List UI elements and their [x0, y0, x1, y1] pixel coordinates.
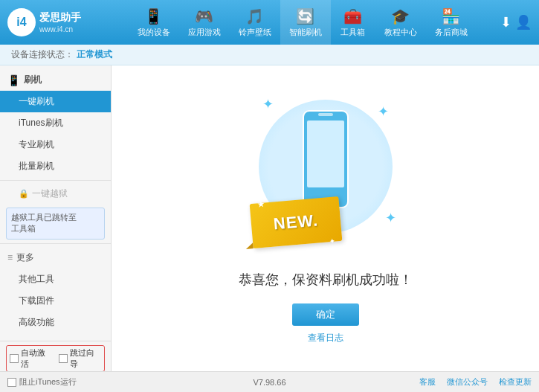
status-prefix: 设备连接状态： [11, 48, 74, 61]
main-layout: 📱 刷机 一键刷机 iTunes刷机 专业刷机 批量刷机 🔒 一键越狱 越狱工具… [0, 65, 539, 371]
tutorial-icon: 🎓 [391, 7, 410, 25]
tab-ringtones[interactable]: 🎵 铃声壁纸 [230, 0, 280, 45]
sidebar-item-pro-flash[interactable]: 专业刷机 [0, 134, 111, 155]
user-button[interactable]: 👤 [515, 14, 532, 30]
auto-activate-row: 自动激活 跳过向导 [6, 345, 105, 371]
auto-activate-checkbox[interactable]: 自动激活 [10, 347, 52, 370]
phone-svg [296, 107, 355, 211]
my-device-icon: 📱 [144, 7, 163, 25]
bottom-left: 阻止iTunes运行 [7, 376, 182, 388]
toolbox-icon: 🧰 [343, 7, 362, 25]
customer-service-link[interactable]: 客服 [419, 376, 436, 388]
lock-icon: 🔒 [19, 189, 29, 199]
check-update-link[interactable]: 检查更新 [499, 376, 532, 388]
bottom-bar: 阻止iTunes运行 V7.98.66 客服 微信公众号 检查更新 [0, 371, 539, 392]
flash-section-icon: 📱 [7, 74, 20, 86]
svg-rect-1 [307, 121, 344, 187]
sparkle-3-icon: ✦ [385, 210, 396, 226]
sidebar-item-jailbreak: 🔒 一键越狱 [0, 184, 111, 204]
wechat-link[interactable]: 微信公众号 [447, 376, 488, 388]
logo-icon: i4 [7, 8, 36, 36]
version-label: V7.98.66 [253, 378, 285, 387]
download-button[interactable]: ⬇ [500, 14, 511, 30]
success-illustration: ✦ ✦ ✦ ★ NEW. ✦ [251, 92, 400, 256]
device-panel: 自动激活 跳过向导 📱 iPhone 15 Pro Max 512GB iPho… [0, 341, 111, 371]
sidebar-item-batch-flash[interactable]: 批量刷机 [0, 155, 111, 177]
ringtones-icon: 🎵 [245, 7, 264, 25]
sidebar-more-title: ≡ 更多 [0, 247, 111, 269]
tab-tutorial[interactable]: 🎓 教程中心 [375, 0, 426, 45]
sidebar-flash-title: 📱 刷机 [0, 69, 111, 91]
svg-rect-2 [318, 113, 333, 116]
check-log-link[interactable]: 查看日志 [308, 332, 343, 344]
sidebar-item-other-tools[interactable]: 其他工具 [0, 269, 111, 290]
tab-toolbox[interactable]: 🧰 工具箱 [331, 0, 375, 45]
success-message: 恭喜您，保资料刷机成功啦！ [239, 271, 413, 289]
sidebar-item-one-click-flash[interactable]: 一键刷机 [0, 91, 111, 112]
tab-apps-games[interactable]: 🎮 应用游戏 [179, 0, 230, 45]
new-text: NEW. [272, 211, 318, 234]
status-value: 正常模式 [77, 48, 112, 61]
bottom-center: V7.98.66 [182, 378, 357, 387]
skip-guide-checkbox[interactable]: 跳过向导 [59, 347, 101, 370]
content-area: ✦ ✦ ✦ ★ NEW. ✦ 恭喜您，保资料刷机成功啦！ 确定 查看日志 [112, 65, 539, 371]
confirm-button[interactable]: 确定 [292, 303, 359, 326]
sidebar-item-advanced[interactable]: 高级功能 [0, 312, 111, 333]
subheader: 设备连接状态： 正常模式 [0, 45, 539, 65]
sparkle-2-icon: ✦ [378, 103, 389, 120]
sidebar-divider-2 [0, 243, 111, 244]
service-icon: 🏪 [442, 7, 460, 25]
sidebar-item-itunes-flash[interactable]: iTunes刷机 [0, 112, 111, 134]
header-right: ⬇ 👤 [500, 14, 532, 30]
skip-guide-cb[interactable] [59, 354, 68, 363]
apps-games-icon: 🎮 [195, 7, 213, 25]
nav-tabs: 📱 我的设备 🎮 应用游戏 🎵 铃声壁纸 🔄 智能刷机 🧰 工具箱 🎓 教程中心… [104, 0, 500, 45]
tab-my-device[interactable]: 📱 我的设备 [129, 0, 179, 45]
sparkle-1-icon: ✦ [262, 96, 274, 112]
itunes-checkbox-label[interactable]: 阻止iTunes运行 [7, 376, 77, 388]
new-ribbon: ★ NEW. ✦ [249, 196, 342, 248]
sidebar-item-download-firmware[interactable]: 下载固件 [0, 290, 111, 312]
logo-area: i4 爱思助手 www.i4.cn [7, 8, 104, 36]
notice-box: 越狱工具已跳转至 工具箱 [6, 208, 105, 240]
bottom-right: 客服 微信公众号 检查更新 [357, 376, 532, 388]
more-icon: ≡ [7, 252, 13, 263]
smart-flash-icon: 🔄 [296, 7, 314, 25]
tab-smart-flash[interactable]: 🔄 智能刷机 [280, 0, 331, 45]
auto-activate-cb[interactable] [10, 354, 19, 363]
tab-service[interactable]: 🏪 务后商城 [426, 0, 477, 45]
sidebar: 📱 刷机 一键刷机 iTunes刷机 专业刷机 批量刷机 🔒 一键越狱 越狱工具… [0, 65, 112, 371]
itunes-checkbox[interactable] [7, 378, 16, 387]
logo-text: 爱思助手 www.i4.cn [39, 10, 81, 33]
sidebar-divider-1 [0, 180, 111, 181]
header: i4 爱思助手 www.i4.cn 📱 我的设备 🎮 应用游戏 🎵 铃声壁纸 🔄… [0, 0, 539, 45]
